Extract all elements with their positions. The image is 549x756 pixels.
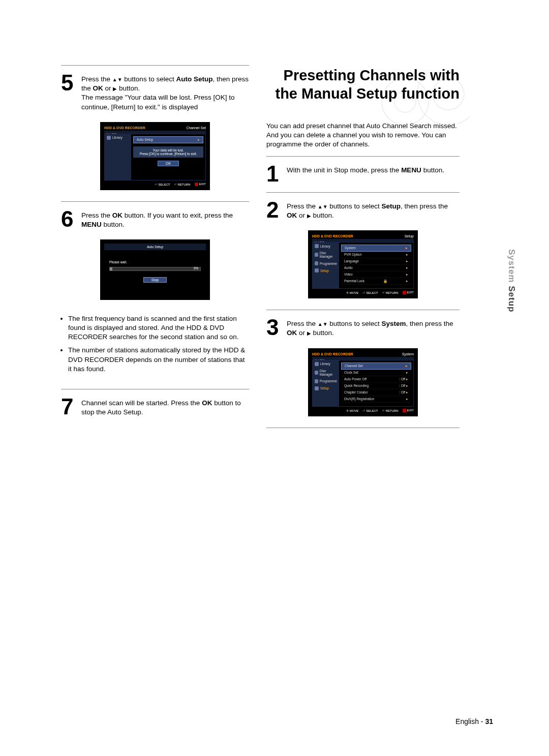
step-number: 7 (61, 397, 76, 417)
right-arrow-icon: ▸ (198, 138, 200, 142)
return-hint: ↶RETURN (382, 291, 399, 294)
row-label: Language (344, 259, 359, 263)
select-hint: ⏎SELECT (362, 409, 378, 412)
move-hint: ✥MOVE (346, 409, 359, 412)
osd-sidebar: Library Disc Manager Programme Setup (313, 360, 339, 406)
label: MOVE (350, 409, 359, 412)
right-arrow-icon: ▸ (406, 377, 408, 381)
down-icon (117, 75, 123, 83)
osd-footer: ✥MOVE ⏎SELECT ↶RETURN EXIT (312, 289, 414, 294)
osd-header: HDD & DVD RECORDER Setup (312, 234, 414, 239)
row-label: Auto Setup (137, 138, 153, 142)
page-footer: English - 31 (455, 717, 493, 725)
step-text: Press the buttons to select Setup, then … (287, 200, 460, 220)
text: Press the (287, 320, 318, 327)
sidebar-label: Library (320, 245, 330, 248)
sidebar-label: Disc Manager (320, 251, 337, 258)
divider (266, 156, 460, 157)
gear-icon (315, 268, 319, 273)
row-label: Parental Lock (344, 279, 364, 283)
osd-brand: HDD & DVD RECORDER (312, 234, 353, 238)
osd-main: System▸ PVR Option▸ Language▸ Audio▸ Vid… (339, 243, 413, 287)
sidebar-label: Disc Manager (320, 369, 337, 376)
left-column: 5 Press the buttons to select Auto Setup… (61, 61, 249, 433)
text: Press the (81, 211, 112, 219)
right-arrow-icon: ▸ (406, 371, 408, 375)
down-icon (323, 320, 328, 327)
stop-button: Stop (143, 277, 167, 283)
bold: Setup (381, 202, 401, 210)
divider (61, 201, 249, 202)
osd-main: Auto Setup▸ Your data will be lost. Pres… (131, 134, 205, 168)
text: button. (311, 211, 334, 219)
osd-body: Please wait. 3% Stop (104, 250, 206, 296)
step-6: 6 Press the OK button. If you want to ex… (61, 207, 249, 233)
sidebar-label: Setup (320, 386, 329, 390)
text: button. (102, 221, 125, 228)
text: With the unit in Stop mode, press the (287, 166, 401, 174)
sidebar-item-setup: Setup (313, 385, 339, 392)
row-label: PVR Option (344, 253, 361, 257)
osd-title-bar: Auto Setup (104, 244, 206, 250)
row-label: System (345, 246, 356, 250)
osd-body: Library Auto Setup▸ Your data will be lo… (104, 134, 206, 180)
right-icon (307, 329, 311, 337)
osd-title: System (402, 352, 414, 356)
osd-channel-set: HDD & DVD RECORDER Channel Set ▣ HDD Lib… (100, 122, 210, 190)
row-label: DivX(R) Registration (344, 397, 374, 401)
row-label: Auto Power Off (344, 377, 367, 381)
menu-row: System▸ (341, 245, 411, 252)
osd-title: Channel Set (186, 126, 206, 130)
divider (266, 428, 460, 428)
select-hint: ⏎SELECT (362, 291, 378, 294)
step-7: 7 Channel scan will be started. Press th… (61, 395, 249, 421)
sidebar-item: Library (313, 243, 339, 250)
return-icon: ↶ (382, 409, 385, 412)
bold: OK (287, 211, 297, 219)
step-text: With the unit in Stop mode, press the ME… (287, 164, 444, 184)
menu-row: Language▸ (341, 258, 411, 265)
menu-row: Auto Power Off: Off ▸ (341, 376, 411, 383)
sidebar-label: Library (112, 136, 123, 139)
right-arrow-icon: ▸ (406, 266, 408, 270)
exit-hint: EXIT (403, 291, 414, 294)
menu-row: Channel Set▸ (341, 362, 411, 370)
right-arrow-icon: ▸ (406, 364, 408, 368)
row-label: Chapter Creator (344, 390, 368, 395)
text: button. If you want to exit, press the (123, 211, 233, 219)
row-label: Channel Set (345, 364, 363, 368)
label: RETURN (386, 409, 399, 412)
bold: MENU (401, 166, 421, 174)
title-line: Presetting Channels with (266, 66, 460, 84)
text: buttons to select (328, 320, 382, 327)
gear-icon (315, 386, 319, 390)
label: RETURN (386, 291, 399, 294)
step-text: Press the buttons to select System, then… (287, 317, 460, 338)
osd-body: Library Disc Manager Programme Setup Sys… (312, 242, 414, 289)
text: button. (421, 166, 444, 174)
label: MOVE (350, 291, 359, 294)
bold: OK (93, 84, 103, 92)
label: SELECT (366, 409, 378, 412)
step-1: 1 With the unit in Stop mode, press the … (266, 162, 460, 188)
bold: OK (202, 399, 212, 407)
label: SELECT (366, 291, 378, 294)
osd-title: Setup (405, 234, 414, 238)
osd-sidebar: Library Disc Manager Programme Setup (313, 243, 339, 288)
enter-icon: ⏎ (155, 183, 157, 186)
sidebar-label: Programme (320, 379, 337, 383)
osd-title: Auto Setup (147, 245, 163, 249)
step-number: 6 (61, 209, 76, 229)
folder-icon (107, 136, 111, 140)
right-arrow-icon: ▸ (406, 273, 408, 277)
row-label: Video (344, 273, 353, 277)
step-text: Press the buttons to select Auto Setup, … (81, 73, 249, 112)
bold: OK (287, 329, 297, 337)
divider (61, 389, 249, 389)
return-hint: ↶RETURN (174, 183, 191, 186)
step-number: 3 (266, 317, 282, 338)
sidebar-item: Disc Manager (313, 250, 339, 260)
text: buttons to select (328, 202, 382, 210)
sidebar-item: Programme (313, 260, 339, 267)
label: SELECT (158, 183, 170, 186)
